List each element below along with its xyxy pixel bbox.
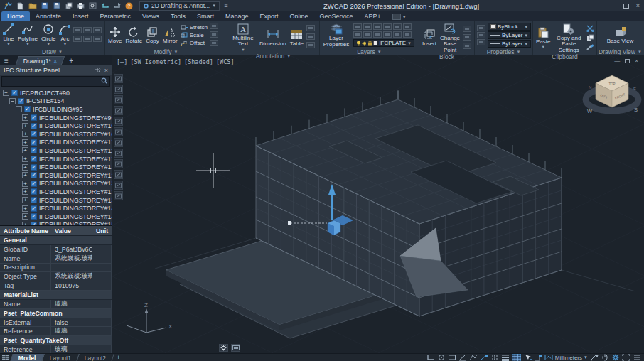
menu-tab-app-[interactable]: APP+ — [359, 11, 387, 21]
panel-label-annotation[interactable]: Annotation▼ — [227, 53, 319, 60]
layer-isolate-icon[interactable] — [353, 31, 362, 38]
arc-button[interactable]: Arc▼ — [58, 23, 71, 47]
panel-label-clipboard[interactable]: Clipboard — [533, 53, 596, 60]
tree-item[interactable]: +✓IFCBUILDINGSTOREY#130 — [1, 180, 112, 188]
viewport-menu-control[interactable]: [—] — [117, 58, 127, 65]
menu-tab-smart[interactable]: Smart — [191, 11, 220, 21]
region-icon[interactable] — [93, 36, 102, 42]
grid-icon[interactable] — [512, 354, 521, 361]
model-canvas[interactable]: Z X W S N E TOP LEFT FRONT — [112, 55, 644, 353]
block-edit-icon[interactable] — [463, 26, 471, 32]
multiline-text-button[interactable]: AMultiline Text▼ — [230, 23, 257, 53]
table-row[interactable]: IsExternalfalse — [0, 318, 112, 328]
dynamic-ucs-icon[interactable] — [534, 354, 542, 361]
close-panel-icon[interactable]: × — [104, 67, 108, 74]
expand-icon[interactable]: + — [22, 131, 28, 137]
expand-icon[interactable]: + — [22, 156, 28, 162]
layer-on-icon[interactable] — [353, 23, 362, 30]
tree-item[interactable]: +✓IFCBUILDINGSTOREY#146 — [1, 212, 112, 221]
menu-tab-insert[interactable]: Insert — [67, 11, 95, 21]
checkbox-checked-icon[interactable]: ✓ — [31, 131, 37, 137]
ucs-icon[interactable] — [426, 354, 435, 361]
color-dropdown[interactable]: ByBlock▼ — [488, 23, 531, 31]
snap-icon[interactable] — [437, 354, 446, 361]
redo-icon[interactable] — [112, 1, 122, 10]
checkbox-checked-icon[interactable]: ✓ — [31, 147, 37, 153]
tree-item[interactable]: +✓IFCBUILDINGSTOREY#110 — [1, 139, 112, 147]
expand-icon[interactable]: + — [22, 164, 28, 171]
tree-item[interactable]: −✓IFCSITE#154 — [1, 97, 112, 106]
save-as-icon[interactable] — [52, 1, 61, 10]
expand-icon[interactable]: + — [22, 180, 28, 187]
table-row[interactable]: Name玻璃 — [0, 300, 112, 309]
format-brush-icon[interactable] — [586, 43, 594, 52]
tree-item[interactable]: +✓IFCBUILDINGSTOREY#114 — [1, 146, 112, 155]
side-tool-icon[interactable] — [114, 191, 123, 200]
collapse-icon[interactable]: − — [9, 98, 16, 104]
search-icon[interactable] — [101, 77, 107, 85]
block-attach-icon[interactable] — [463, 34, 471, 41]
layer-merge-icon[interactable] — [393, 31, 402, 38]
checkbox-checked-icon[interactable]: ✓ — [31, 213, 37, 220]
checkbox-checked-icon[interactable]: ✓ — [31, 197, 37, 203]
stretch-button[interactable]: Stretch — [181, 24, 208, 31]
side-tool-icon[interactable] — [114, 106, 123, 115]
panel-label-block[interactable]: Block — [419, 53, 474, 60]
menu-tab-parametric[interactable]: Parametric — [95, 11, 137, 21]
search-input[interactable] — [4, 78, 101, 85]
layout-list-icon[interactable] — [0, 355, 11, 360]
workspace-selector[interactable]: 2D Drafting & Annot... ▼ — [139, 1, 220, 11]
visual-style-control[interactable]: [Shaded] — [184, 58, 213, 65]
fillet-icon[interactable] — [210, 31, 218, 38]
checkbox-checked-icon[interactable]: ✓ — [18, 98, 24, 104]
base-view-button[interactable]: Base View — [606, 26, 635, 44]
menu-tab-views[interactable]: Views — [136, 11, 165, 21]
table-row[interactable]: Object Type系统嵌板:玻璃 — [0, 272, 112, 281]
selection-cycling-icon[interactable] — [523, 354, 532, 361]
col-unit[interactable]: Unit — [92, 227, 112, 235]
expand-icon[interactable]: + — [22, 205, 28, 212]
ribbon-display-toggle[interactable]: ▼ — [392, 14, 407, 21]
layout-tab-model[interactable]: Model — [10, 354, 44, 361]
match-properties-icon[interactable] — [477, 25, 485, 31]
viewport-maximize-icon[interactable] — [625, 59, 630, 63]
copy-paste-settings-button[interactable]: Copy and Paste Settings — [553, 23, 584, 53]
panel-label-draw[interactable]: Draw▼ — [0, 48, 104, 55]
layer-freeze-icon[interactable] — [373, 23, 382, 30]
lineweight-dropdown[interactable]: ByLayer▼ — [488, 31, 531, 39]
layer-match-icon[interactable] — [373, 31, 382, 38]
table-row[interactable]: Reference玻璃 — [0, 327, 112, 336]
table-row[interactable]: Tag1010975 — [0, 281, 112, 291]
customization-icon[interactable] — [590, 354, 599, 361]
viewcube-north[interactable]: N — [589, 85, 591, 90]
tree-item[interactable]: +✓IFCBUILDINGSTOREY#103 — [1, 122, 112, 130]
menu-tab-annotate[interactable]: Annotate — [30, 11, 67, 21]
polyline-button[interactable]: Polyline▼ — [17, 23, 38, 47]
checkbox-checked-icon[interactable]: ✓ — [31, 156, 37, 162]
layer-unlock-icon[interactable] — [403, 23, 412, 30]
expand-icon[interactable]: + — [22, 197, 28, 203]
menu-tab-home[interactable]: Home — [1, 11, 30, 21]
checkbox-checked-icon[interactable]: ✓ — [31, 188, 37, 195]
expand-icon[interactable]: + — [22, 139, 28, 146]
annotation-scale-icon[interactable] — [544, 354, 553, 361]
tree-item[interactable]: +✓IFCBUILDINGSTOREY#126 — [1, 171, 112, 180]
checkbox-checked-icon[interactable]: ✓ — [31, 114, 37, 121]
viewport-minimize-icon[interactable]: — — [614, 58, 620, 64]
menu-tab-geoservice[interactable]: GeoService — [314, 11, 359, 21]
tree-item[interactable]: −✓IFCPROJECT#90 — [1, 89, 112, 97]
dimstyle-icon[interactable] — [306, 33, 315, 40]
side-tool-icon[interactable] — [114, 95, 123, 104]
checkbox-checked-icon[interactable]: ✓ — [31, 205, 37, 212]
table-button[interactable]: Table — [289, 28, 304, 47]
col-attribute-name[interactable]: Attribute Name — [0, 227, 51, 235]
checkbox-checked-icon[interactable]: ✓ — [31, 180, 37, 187]
move-button[interactable]: Move — [107, 26, 123, 44]
linetype-dropdown[interactable]: ByLayer▼ — [488, 40, 531, 48]
erase-icon[interactable] — [210, 23, 218, 29]
table-row[interactable]: GlobalID3_P6atJBv6CxFN... — [0, 245, 112, 254]
gear-icon[interactable] — [219, 344, 228, 352]
mouse-settings-icon[interactable] — [601, 354, 609, 361]
viewcube-south[interactable]: S — [634, 107, 638, 113]
side-tool-icon[interactable] — [114, 159, 123, 168]
